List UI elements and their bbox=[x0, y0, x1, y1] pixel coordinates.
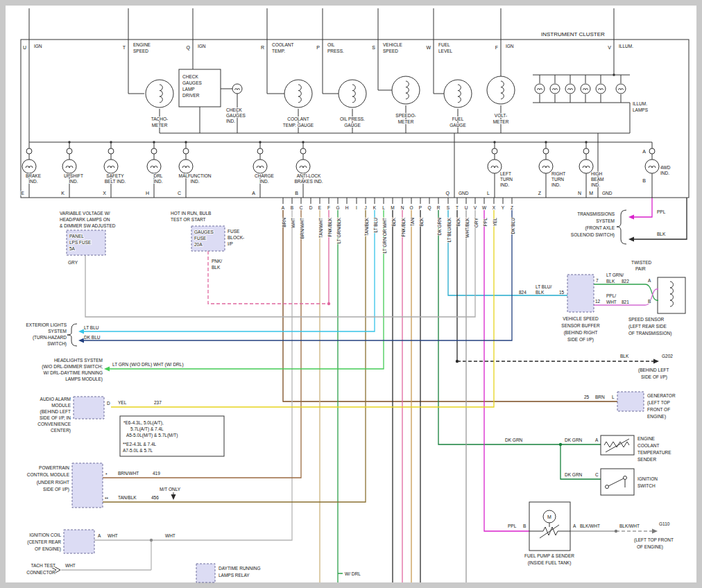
pin-letter: L bbox=[487, 191, 490, 196]
wire-label: PNK/ bbox=[212, 259, 222, 263]
wire-label: WHT bbox=[65, 563, 76, 568]
wire-color-label: TAN/BLK bbox=[364, 217, 369, 236]
indicator-label: RIGHT bbox=[551, 171, 565, 176]
component-label: GENERATOR bbox=[647, 393, 676, 398]
connector-letter: D bbox=[309, 205, 313, 210]
indicator-label: BEAM bbox=[591, 177, 603, 182]
component-label: GAUGES bbox=[226, 113, 246, 118]
wire-color-label: PPL bbox=[483, 218, 488, 227]
connector-letter: Y bbox=[502, 205, 505, 210]
pin-letter: X bbox=[103, 191, 106, 196]
pin-letter: K bbox=[61, 191, 65, 196]
note-text: HEAD/PARK LAMPS ON bbox=[60, 217, 110, 222]
component-label: TACH TEST bbox=[31, 563, 55, 568]
component-label: GAUGES bbox=[194, 230, 214, 234]
drl-relay-box bbox=[196, 564, 215, 582]
component-label: PANEL bbox=[69, 234, 84, 239]
audio-alarm-module-box bbox=[74, 397, 104, 419]
pin-letter: P bbox=[316, 45, 320, 50]
coolant-temp-gauge-icon bbox=[284, 80, 312, 107]
system-label: EXTERIOR LIGHTS bbox=[26, 322, 67, 327]
system-label: SWITCH) bbox=[47, 341, 67, 347]
circuit-number: 822 bbox=[622, 279, 629, 284]
pin-label: LEVEL bbox=[438, 49, 453, 53]
oil-press-gauge-icon bbox=[339, 80, 366, 107]
component-label: CHECK bbox=[226, 107, 242, 112]
component-label: CENTER) bbox=[51, 428, 71, 433]
indicator-label: UPSHIFT bbox=[64, 173, 83, 178]
wire-label: BRN bbox=[595, 395, 605, 399]
wire-color-label: LT GRN/BLK bbox=[336, 217, 341, 243]
system-label: (FRONT AXLE bbox=[585, 225, 615, 231]
ground-label: G110 bbox=[659, 521, 670, 526]
connector-letter: E bbox=[318, 205, 322, 210]
gnd-label: GND bbox=[602, 191, 613, 196]
illum-lamp-icon bbox=[616, 84, 626, 94]
note-text: TWISTED bbox=[631, 260, 652, 265]
pin-letter: L bbox=[612, 395, 615, 399]
component-label: VEHICLE SPEED bbox=[563, 316, 599, 321]
indicator-label: SAFETY bbox=[106, 173, 124, 178]
note-text: TEST OR START bbox=[171, 217, 206, 222]
pcm-box bbox=[72, 463, 103, 508]
indicator-label: IND. bbox=[69, 179, 78, 184]
component-label: POWERTRAIN bbox=[39, 465, 69, 470]
pin-letter: R bbox=[261, 45, 264, 50]
gauge-label: TACHO- bbox=[151, 116, 168, 121]
circuit-number: 25 bbox=[584, 395, 590, 399]
component-label: CONNECTOR bbox=[26, 570, 55, 575]
pin-label: ILLUM. bbox=[619, 44, 633, 49]
circuit-number: 824 bbox=[519, 290, 526, 295]
gnd-label: GND bbox=[459, 191, 469, 196]
pin-letter: U bbox=[23, 45, 26, 50]
connector-letter: B bbox=[291, 205, 293, 210]
wire-label: BLK bbox=[620, 354, 629, 358]
wire-color-label: LT BLU bbox=[373, 218, 378, 233]
pin-letter: A bbox=[252, 191, 255, 196]
speedometer-gauge-icon bbox=[392, 76, 420, 104]
component-label: SIDE OF I/P) bbox=[641, 374, 667, 380]
gauge-label: TEMP. GAUGE bbox=[283, 123, 314, 128]
connector-letter: X bbox=[493, 205, 496, 210]
connector-letter: K bbox=[373, 205, 377, 210]
system-label: SYSTEM bbox=[48, 329, 67, 334]
indicator-label: TURN bbox=[551, 177, 564, 182]
illum-lamp-icon bbox=[550, 84, 560, 94]
wire-color-label: PNK/BLK bbox=[327, 217, 332, 236]
wire-label: LT BLU/ bbox=[536, 284, 551, 289]
pin-label: IGN bbox=[506, 44, 514, 49]
wire-color-label: BRN bbox=[282, 218, 286, 227]
component-label: (LEFT TOP FRONT bbox=[634, 537, 674, 543]
component-label: DAYTIME RUNNING bbox=[219, 566, 261, 571]
wire-color-label: LT GRN OR WHT bbox=[382, 218, 387, 253]
connector-letter: J bbox=[364, 205, 366, 210]
pin-letter: 15 bbox=[559, 290, 565, 295]
wire-label: LT GRN/ bbox=[606, 273, 624, 277]
circuit-number: 456 bbox=[151, 495, 159, 500]
illum-lamp-icon bbox=[581, 84, 590, 94]
pin-label: PRESS. bbox=[327, 49, 344, 53]
connector-letter: Z bbox=[511, 205, 513, 210]
system-label: SOLENOID SWITCH) bbox=[571, 232, 615, 238]
wire-color-label: WHT/BLK bbox=[465, 217, 470, 238]
component-label: (BEHIND LEFT bbox=[638, 368, 669, 373]
component-label: FUSE bbox=[228, 229, 240, 234]
indicator-label: BRAKE bbox=[26, 173, 42, 178]
wire-label: BLK bbox=[536, 290, 545, 295]
connector-letter: H bbox=[345, 205, 349, 210]
indicator-label: IND. bbox=[154, 179, 163, 184]
pin-label: IGN bbox=[198, 44, 206, 49]
wire-label: DK GRN bbox=[505, 438, 523, 442]
wire-color-label: WHT bbox=[291, 218, 296, 228]
note-text: & DIMMER SW ADJUSTED bbox=[60, 223, 116, 228]
wire-label: GRY bbox=[68, 260, 78, 265]
component-label: ENGINE) bbox=[647, 414, 666, 420]
component-label: GAUGES bbox=[182, 80, 202, 85]
voltmeter-gauge-icon bbox=[487, 76, 515, 104]
component-label: (CENTER REAR bbox=[27, 539, 61, 545]
wire-color-label: PNK/BLK bbox=[401, 217, 406, 236]
circuit-number: 419 bbox=[153, 471, 160, 476]
pin-letter: F bbox=[495, 45, 498, 50]
pin-label: ENGINE bbox=[133, 42, 151, 47]
indicator-label: DRL bbox=[153, 173, 162, 178]
